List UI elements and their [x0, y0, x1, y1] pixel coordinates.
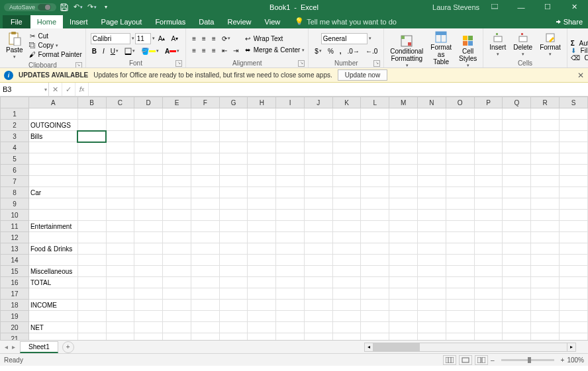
col-header-F[interactable]: F [191, 97, 219, 108]
cell-R18[interactable] [531, 300, 560, 311]
cell-R19[interactable] [531, 311, 560, 322]
col-header-C[interactable]: C [106, 97, 134, 108]
cell-R14[interactable] [531, 255, 560, 266]
col-header-B[interactable]: B [77, 97, 106, 108]
cell-M6[interactable] [389, 165, 418, 176]
cell-C7[interactable] [106, 176, 134, 187]
wrap-text-button[interactable]: ↩Wrap Text [243, 34, 305, 44]
cell-G17[interactable] [219, 288, 248, 300]
cell-J13[interactable] [304, 243, 332, 255]
cell-C16[interactable] [106, 277, 134, 288]
cell-J12[interactable] [304, 232, 332, 243]
clear-button[interactable]: ⌫ Clear▾ [571, 54, 588, 62]
cell-K9[interactable] [332, 198, 361, 210]
cell-C5[interactable] [106, 153, 134, 165]
row-header-13[interactable]: 13 [1, 243, 29, 255]
cell-S15[interactable] [560, 266, 588, 277]
cell-J5[interactable] [304, 153, 332, 165]
cell-J6[interactable] [304, 165, 332, 176]
cell-N15[interactable] [418, 266, 446, 277]
cell-S20[interactable] [560, 322, 588, 333]
align-right-button[interactable]: ≡ [209, 46, 219, 56]
cell-S12[interactable] [560, 232, 588, 243]
row-header-18[interactable]: 18 [1, 300, 29, 311]
cell-Q20[interactable] [503, 322, 531, 333]
cell-H8[interactable] [248, 187, 276, 198]
scroll-right-button[interactable]: ▸ [567, 343, 576, 352]
cell-E12[interactable] [163, 232, 191, 243]
bold-button[interactable]: B [89, 46, 99, 56]
cell-R1[interactable] [531, 108, 560, 120]
cell-Q19[interactable] [503, 311, 531, 322]
cell-D17[interactable] [134, 288, 163, 300]
cell-O14[interactable] [446, 255, 474, 266]
cell-N20[interactable] [418, 322, 446, 333]
cell-I18[interactable] [276, 300, 305, 311]
cell-J1[interactable] [304, 108, 332, 120]
sheet-nav-first[interactable]: ◂ [3, 343, 10, 350]
cell-R9[interactable] [531, 198, 560, 210]
cell-Q17[interactable] [503, 288, 531, 300]
cell-G5[interactable] [219, 153, 248, 165]
cell-N6[interactable] [418, 165, 446, 176]
copy-button[interactable]: ⿻Copy▾ [28, 41, 82, 50]
percent-button[interactable]: % [325, 46, 336, 56]
cell-B12[interactable] [77, 232, 106, 243]
cell-P3[interactable] [474, 131, 503, 142]
cell-O18[interactable] [446, 300, 474, 311]
cell-M8[interactable] [389, 187, 418, 198]
row-header-7[interactable]: 7 [1, 176, 29, 187]
cell-F6[interactable] [191, 165, 219, 176]
align-middle-button[interactable]: ≡ [199, 34, 209, 44]
cell-A8[interactable]: Car [28, 187, 77, 198]
underline-button[interactable]: U▾ [108, 46, 121, 56]
cancel-formula-button[interactable]: ✕ [49, 83, 62, 96]
cell-H5[interactable] [248, 153, 276, 165]
cell-D10[interactable] [134, 210, 163, 221]
cell-P9[interactable] [474, 198, 503, 210]
undo-icon[interactable]: ↶▾ [72, 1, 84, 13]
cell-B15[interactable] [77, 266, 106, 277]
cell-P11[interactable] [474, 221, 503, 232]
cell-M13[interactable] [389, 243, 418, 255]
cell-E13[interactable] [163, 243, 191, 255]
number-format-select[interactable] [321, 33, 368, 44]
cell-K8[interactable] [332, 187, 361, 198]
cell-R21[interactable] [531, 333, 560, 341]
cell-R3[interactable] [531, 131, 560, 142]
cell-I20[interactable] [276, 322, 305, 333]
cell-M3[interactable] [389, 131, 418, 142]
cell-Q1[interactable] [503, 108, 531, 120]
cell-N13[interactable] [418, 243, 446, 255]
cell-C1[interactable] [106, 108, 134, 120]
cell-O6[interactable] [446, 165, 474, 176]
decrease-indent-button[interactable]: ⇤ [219, 46, 230, 56]
maximize-icon[interactable]: ☐ [536, 0, 559, 14]
cell-I7[interactable] [276, 176, 305, 187]
cell-L13[interactable] [361, 243, 389, 255]
cell-P12[interactable] [474, 232, 503, 243]
cell-Q18[interactable] [503, 300, 531, 311]
cell-S3[interactable] [560, 131, 588, 142]
cell-R12[interactable] [531, 232, 560, 243]
cell-M14[interactable] [389, 255, 418, 266]
cell-H14[interactable] [248, 255, 276, 266]
cell-G8[interactable] [219, 187, 248, 198]
col-header-N[interactable]: N [418, 97, 446, 108]
cell-O3[interactable] [446, 131, 474, 142]
cell-C18[interactable] [106, 300, 134, 311]
cell-O17[interactable] [446, 288, 474, 300]
cell-N11[interactable] [418, 221, 446, 232]
cell-G9[interactable] [219, 198, 248, 210]
tab-file[interactable]: File [3, 15, 30, 28]
cell-Q3[interactable] [503, 131, 531, 142]
cell-A18[interactable]: INCOME [28, 300, 77, 311]
cell-R20[interactable] [531, 322, 560, 333]
cell-J8[interactable] [304, 187, 332, 198]
cell-S4[interactable] [560, 142, 588, 153]
cell-Q8[interactable] [503, 187, 531, 198]
cell-I5[interactable] [276, 153, 305, 165]
enter-formula-button[interactable]: ✓ [62, 83, 75, 96]
cell-D19[interactable] [134, 311, 163, 322]
cell-G1[interactable] [219, 108, 248, 120]
